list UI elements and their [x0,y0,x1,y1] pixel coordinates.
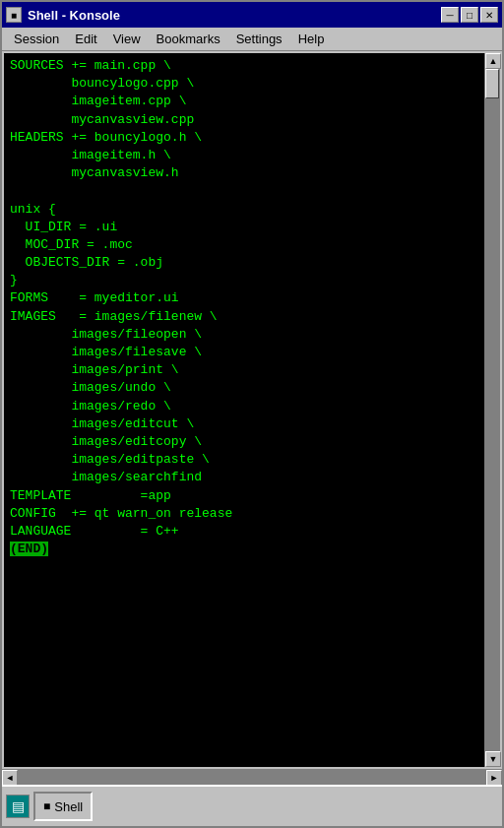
scroll-left-button[interactable]: ◄ [2,770,18,786]
menu-item-bookmarks[interactable]: Bookmarks [151,30,226,48]
scroll-right-button[interactable]: ► [486,770,502,786]
menu-item-settings[interactable]: Settings [230,30,288,48]
taskbar-shell-icon: ■ [43,799,50,813]
scroll-down-button[interactable]: ▼ [485,751,501,767]
scroll-thumb[interactable] [485,69,499,98]
scroll-track[interactable] [485,69,500,751]
taskbar-icon: ▤ [6,795,30,818]
menu-item-view[interactable]: View [107,30,147,48]
vertical-scrollbar[interactable]: ▲ ▼ [484,53,500,767]
scroll-track-h[interactable] [18,770,486,785]
menu-item-help[interactable]: Help [292,30,331,48]
close-button[interactable]: ✕ [480,7,498,23]
scroll-up-button[interactable]: ▲ [485,53,501,69]
title-bar-buttons: ─ □ ✕ [441,7,498,23]
terminal-content: SOURCES += main.cpp \ bouncylogo.cpp \ i… [10,57,478,558]
taskbar-shell-button[interactable]: ■ Shell [33,792,93,821]
monitor-icon: ▤ [12,798,25,814]
window-icon[interactable]: ■ [6,7,22,23]
title-bar: ■ Shell - Konsole ─ □ ✕ [2,2,502,28]
window-icon-symbol: ■ [11,10,17,21]
taskbar-shell-label: Shell [54,799,83,814]
minimize-button[interactable]: ─ [441,7,459,23]
taskbar: ▤ ■ Shell [2,785,502,826]
menu-item-edit[interactable]: Edit [69,30,102,48]
terminal-container: SOURCES += main.cpp \ bouncylogo.cpp \ i… [2,51,502,769]
horizontal-scrollbar[interactable]: ◄ ► [2,769,502,785]
title-bar-left: ■ Shell - Konsole [6,7,120,23]
terminal[interactable]: SOURCES += main.cpp \ bouncylogo.cpp \ i… [4,53,484,767]
restore-button[interactable]: □ [461,7,478,23]
menu-item-session[interactable]: Session [8,30,65,48]
window-title: Shell - Konsole [28,8,120,23]
menu-bar: SessionEditViewBookmarksSettingsHelp [2,28,502,51]
main-window: ■ Shell - Konsole ─ □ ✕ SessionEditViewB… [0,0,504,828]
